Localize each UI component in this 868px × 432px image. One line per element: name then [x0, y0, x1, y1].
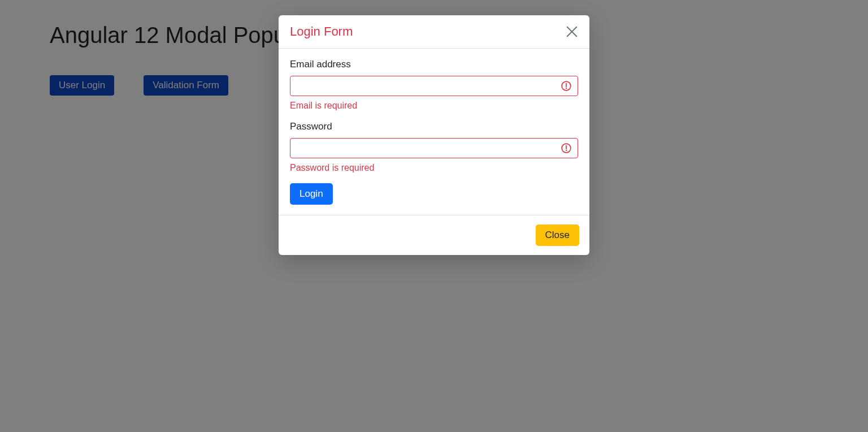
close-icon[interactable] — [566, 25, 578, 38]
error-icon — [561, 81, 571, 91]
password-field[interactable] — [290, 138, 578, 158]
modal-footer: Close — [279, 215, 589, 255]
svg-point-2 — [566, 88, 567, 89]
modal-body: Email address Email is required Password — [279, 49, 589, 215]
modal-title: Login Form — [290, 24, 353, 39]
modal-header: Login Form — [279, 15, 589, 49]
error-icon — [561, 143, 571, 153]
email-field[interactable] — [290, 76, 578, 96]
password-input-wrapper — [290, 138, 578, 158]
login-form: Email address Email is required Password — [290, 59, 578, 205]
password-label: Password — [290, 121, 578, 132]
login-modal: Login Form Email address Email is requir… — [279, 15, 589, 255]
login-button[interactable]: Login — [290, 183, 333, 205]
close-button[interactable]: Close — [536, 224, 579, 246]
email-group: Email address Email is required — [290, 59, 578, 111]
password-group: Password Password is required — [290, 121, 578, 173]
password-error: Password is required — [290, 163, 578, 173]
email-label: Email address — [290, 59, 578, 70]
email-input-wrapper — [290, 76, 578, 96]
svg-point-5 — [566, 150, 567, 151]
modal-overlay[interactable]: Login Form Email address Email is requir… — [0, 0, 868, 432]
email-error: Email is required — [290, 101, 578, 111]
